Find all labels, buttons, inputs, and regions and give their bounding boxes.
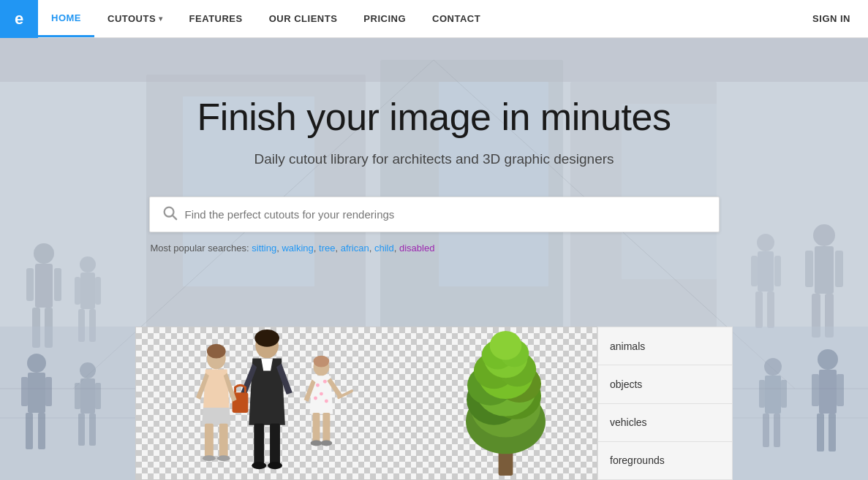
svg-point-99 <box>764 358 782 376</box>
search-link-tree[interactable]: tree <box>319 243 335 254</box>
svg-point-69 <box>320 392 323 396</box>
svg-point-57 <box>252 462 266 469</box>
svg-rect-23 <box>75 277 80 305</box>
search-input[interactable] <box>185 208 707 221</box>
svg-rect-47 <box>80 378 95 414</box>
categories-panel: animals objects vehicles foregrounds <box>597 327 733 480</box>
nav-logo[interactable]: e <box>0 0 38 38</box>
search-link-african[interactable]: african <box>341 243 369 254</box>
nav-item-cutouts[interactable]: CUTOUTS ▾ <box>94 0 176 37</box>
svg-point-53 <box>254 329 279 347</box>
svg-point-63 <box>203 455 216 461</box>
search-link-disabled[interactable]: disabled <box>399 243 434 254</box>
people-cutout-panel[interactable] <box>135 327 417 480</box>
hero-subtitle: Daily cutout library for architects and … <box>254 151 614 167</box>
svg-rect-14 <box>35 264 53 308</box>
category-animals[interactable]: animals <box>597 327 733 365</box>
chevron-down-icon: ▾ <box>159 15 163 23</box>
search-link-walking[interactable]: walking <box>282 243 313 254</box>
category-foregrounds[interactable]: foregrounds <box>597 441 733 480</box>
search-link-child[interactable]: child <box>374 243 394 254</box>
svg-rect-34 <box>767 292 774 328</box>
svg-rect-18 <box>54 268 61 301</box>
svg-rect-98 <box>837 374 844 406</box>
svg-point-58 <box>268 462 282 469</box>
svg-rect-35 <box>751 256 758 286</box>
svg-rect-92 <box>733 327 868 480</box>
svg-rect-20 <box>80 273 95 309</box>
nav-item-our-clients[interactable]: OUR CLIENTS <box>256 0 351 37</box>
svg-rect-55 <box>254 424 264 465</box>
image-section <box>135 327 597 480</box>
svg-rect-61 <box>205 424 214 459</box>
logo-letter: e <box>15 9 23 28</box>
svg-rect-96 <box>829 414 836 452</box>
svg-point-19 <box>80 256 96 273</box>
svg-rect-17 <box>26 268 34 301</box>
svg-point-74 <box>311 441 322 446</box>
svg-rect-101 <box>763 414 769 447</box>
svg-rect-50 <box>75 383 80 409</box>
svg-line-38 <box>173 216 176 219</box>
category-label: vehicles <box>610 416 647 428</box>
svg-point-64 <box>217 455 230 461</box>
svg-rect-43 <box>38 413 45 449</box>
svg-point-40 <box>27 354 46 373</box>
nav-item-pricing[interactable]: PRICING <box>350 0 419 37</box>
search-bar <box>149 197 720 232</box>
svg-rect-32 <box>758 251 774 292</box>
category-label: foregrounds <box>610 454 665 466</box>
people-cutout-svg <box>136 327 416 479</box>
category-objects[interactable]: objects <box>597 365 733 403</box>
sign-in-button[interactable]: SIGN IN <box>795 13 868 24</box>
svg-point-66 <box>314 356 330 367</box>
svg-rect-95 <box>817 414 824 452</box>
svg-point-70 <box>314 397 317 400</box>
category-vehicles[interactable]: vehicles <box>597 403 733 441</box>
search-icon <box>162 205 178 224</box>
svg-point-75 <box>320 441 332 446</box>
nav-item-contact[interactable]: CONTACT <box>419 0 494 37</box>
svg-point-93 <box>818 349 838 370</box>
hero-content: Finish your image in minutes Daily cutou… <box>0 38 868 254</box>
nav-item-features[interactable]: FEATURES <box>176 0 256 37</box>
nav-item-home[interactable]: HOME <box>38 0 94 37</box>
category-label: objects <box>610 378 642 390</box>
svg-rect-39 <box>0 327 135 480</box>
svg-rect-30 <box>835 251 843 287</box>
svg-rect-49 <box>89 414 96 446</box>
tree-cutout-svg <box>417 327 597 479</box>
svg-point-91 <box>490 331 522 360</box>
content-grid: animals objects vehicles foregrounds <box>0 327 868 480</box>
svg-rect-94 <box>819 370 837 414</box>
svg-rect-73 <box>322 413 330 443</box>
search-link-sitting[interactable]: sitting <box>252 243 276 254</box>
left-people-svg <box>0 327 135 480</box>
side-people-left <box>0 327 135 480</box>
side-people-right <box>733 327 868 480</box>
hero-section: Finish your image in minutes Daily cutou… <box>0 38 868 480</box>
svg-rect-33 <box>755 292 763 328</box>
navbar: e HOME CUTOUTS ▾ FEATURES OUR CLIENTS PR… <box>0 0 868 38</box>
svg-rect-36 <box>774 256 781 286</box>
svg-point-68 <box>323 380 327 384</box>
svg-rect-102 <box>774 414 780 447</box>
svg-rect-24 <box>95 277 101 305</box>
popular-label: Most popular searches: <box>151 243 249 254</box>
svg-point-60 <box>207 344 226 359</box>
svg-point-67 <box>316 384 320 387</box>
svg-point-46 <box>80 362 96 378</box>
right-people-svg <box>733 327 868 480</box>
search-container: Most popular searches: sitting, walking,… <box>149 197 720 254</box>
svg-rect-56 <box>270 424 280 465</box>
svg-rect-97 <box>812 374 819 406</box>
svg-rect-51 <box>95 383 101 409</box>
svg-rect-44 <box>21 377 28 406</box>
category-label: animals <box>610 340 645 352</box>
hero-title: Finish your image in minutes <box>197 96 671 138</box>
tree-cutout-panel[interactable] <box>417 327 597 480</box>
svg-point-71 <box>325 400 328 403</box>
svg-rect-100 <box>765 376 781 414</box>
svg-rect-29 <box>805 251 813 287</box>
svg-rect-104 <box>781 380 787 408</box>
